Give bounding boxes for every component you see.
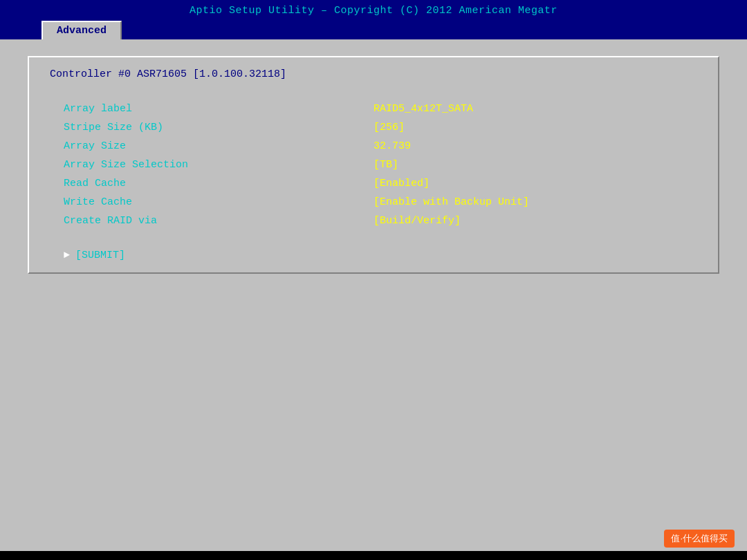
setting-value: RAID5_4x12T_SATA	[374, 100, 697, 118]
title-bar-text: Aptio Setup Utility – Copyright (C) 2012…	[190, 5, 557, 17]
setting-label: Array label	[50, 100, 374, 118]
watermark: 值·什么值得买	[664, 530, 735, 548]
setting-value: [Enable with Backup Unit]	[374, 193, 697, 212]
setting-value: [TB]	[374, 156, 697, 174]
tab-row: Advanced	[0, 21, 747, 39]
submit-row[interactable]: ► [SUBMIT]	[50, 250, 697, 261]
main-content: Controller #0 ASR71605 [1.0.100.32118] A…	[0, 39, 747, 551]
setting-label: Stripe Size (KB)	[50, 118, 374, 137]
content-area: Controller #0 ASR71605 [1.0.100.32118] A…	[28, 56, 719, 274]
setting-label: Read Cache	[50, 174, 374, 193]
settings-table: Array labelRAID5_4x12T_SATAStripe Size (…	[50, 100, 697, 230]
table-row: Write Cache[Enable with Backup Unit]	[50, 193, 697, 212]
table-row: Array Size32.739	[50, 137, 697, 156]
setting-value: 32.739	[374, 137, 697, 156]
setting-label: Array Size	[50, 137, 374, 156]
tab-advanced[interactable]: Advanced	[42, 21, 122, 39]
setting-label: Array Size Selection	[50, 156, 374, 174]
submit-label[interactable]: [SUBMIT]	[75, 250, 125, 261]
screen: Aptio Setup Utility – Copyright (C) 2012…	[0, 0, 747, 560]
table-row: Read Cache[Enabled]	[50, 174, 697, 193]
table-row: Array Size Selection[TB]	[50, 156, 697, 174]
table-row: Create RAID via[Build/Verify]	[50, 212, 697, 230]
setting-label: Write Cache	[50, 193, 374, 212]
controller-title: Controller #0 ASR71605 [1.0.100.32118]	[50, 68, 697, 80]
title-bar: Aptio Setup Utility – Copyright (C) 2012…	[0, 0, 747, 21]
table-row: Array labelRAID5_4x12T_SATA	[50, 100, 697, 118]
setting-value: [Build/Verify]	[374, 212, 697, 230]
table-row: Stripe Size (KB)[256]	[50, 118, 697, 137]
setting-value: [256]	[374, 118, 697, 137]
submit-arrow: ►	[64, 250, 70, 261]
setting-label: Create RAID via	[50, 212, 374, 230]
setting-value: [Enabled]	[374, 174, 697, 193]
